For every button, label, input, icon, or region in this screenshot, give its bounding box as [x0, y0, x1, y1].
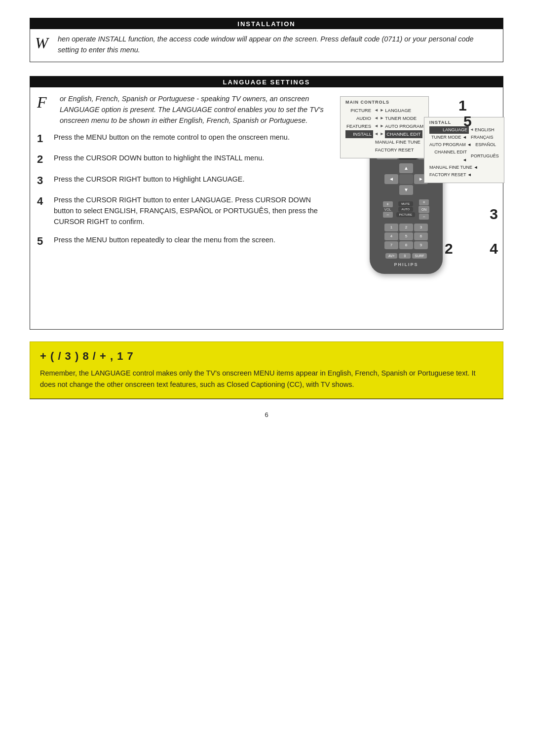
dpad-up[interactable]: ▲: [399, 163, 413, 173]
menu-row-install: INSTALL ◄ ► CHANNEL EDIT: [345, 130, 423, 138]
vol-label: VOL: [384, 208, 391, 211]
dpad-center[interactable]: [399, 174, 413, 184]
vol-control: + VOL −: [383, 201, 393, 218]
mute-button[interactable]: MUTE: [398, 201, 413, 206]
vol-plus[interactable]: +: [383, 201, 393, 207]
ch-minus[interactable]: −: [419, 214, 429, 220]
num-1[interactable]: 1: [384, 224, 398, 231]
surf-button[interactable]: SURF: [412, 253, 426, 259]
num-6[interactable]: 6: [414, 232, 428, 240]
num-9[interactable]: 9: [414, 241, 428, 249]
step-2: 2 Press the CURSOR DOWN button to highli…: [37, 153, 327, 166]
submenu-row-tuner: TUNER MODE ◄ FRANÇAIS: [429, 134, 499, 141]
page: Installation W hen operate INSTALL funct…: [0, 0, 533, 756]
menu-row-picture: PICTURE ◄ ► LANGUAGE: [345, 107, 423, 114]
submenu-row-channel: CHANNEL EDIT ◄ PORTUGUÊS: [429, 149, 499, 164]
on-button[interactable]: ON: [419, 206, 430, 213]
on-control: + ON −: [419, 199, 430, 220]
submenu-row-manual: MANUAL FINE TUNE ◄: [429, 164, 499, 171]
steps-container: 1 Press the MENU button on the remote co…: [37, 132, 327, 248]
num-2[interactable]: 2: [399, 224, 413, 231]
hint-title: + ( / 3 ) 8 / + , 1 7: [40, 350, 493, 363]
menu-overlay: 1 5 3 2 4 Main Controls PICTURE ◄ ► LANG…: [340, 92, 498, 329]
num-4[interactable]: 4: [384, 232, 398, 240]
language-left-panel: F or English, French, Spanish or Portugu…: [30, 87, 335, 329]
language-settings-header: Language Settings: [30, 76, 503, 87]
language-intro-text: or English, French, Spanish or Portugues…: [60, 93, 327, 126]
menu-row-factory: FACTORY RESET: [345, 146, 423, 154]
step-overlay-5: 5: [463, 113, 472, 130]
num-3[interactable]: 3: [414, 224, 428, 231]
num-8[interactable]: 8: [399, 241, 413, 249]
step-4-text: Press the CURSOR RIGHT button to enter L…: [54, 195, 327, 227]
philips-logo: PHILIPS: [394, 262, 418, 267]
dpad-down[interactable]: ▼: [399, 185, 413, 195]
picture-button[interactable]: PICTURE: [396, 212, 415, 217]
submenu-row-auto: AUTO PROGRAM ◄ ESPAÑOL: [429, 141, 499, 149]
menu-row-features: FEATURES ◄ ► AUTO PROGRAM: [345, 122, 423, 130]
step-2-number: 2: [37, 153, 48, 166]
step-overlay-3: 3: [490, 206, 498, 223]
step-1-text: Press the MENU button on the remote cont…: [54, 132, 290, 143]
installation-header: Installation: [30, 18, 503, 29]
dpad-left[interactable]: ◄: [384, 174, 398, 184]
step-overlay-2: 2: [445, 240, 453, 257]
installation-section: Installation W hen operate INSTALL funct…: [30, 18, 503, 62]
language-script-icon: F: [37, 94, 55, 110]
submenu-row-factory: FACTORY RESET ◄: [429, 171, 499, 179]
remote-vol-row: + VOL − MUTE AUTO PICTURE: [383, 199, 430, 220]
install-script-icon: W: [35, 35, 53, 51]
step-overlay-1: 1: [458, 97, 467, 114]
step-5: 5 Press the MENU button repeatedly to cl…: [37, 235, 327, 248]
step-4: 4 Press the CURSOR RIGHT button to enter…: [37, 195, 327, 227]
step-5-text: Press the MENU button repeatedly to clea…: [54, 235, 275, 246]
main-controls-menu: Main Controls PICTURE ◄ ► LANGUAGE AUDIO…: [340, 96, 429, 159]
av-button[interactable]: AV+: [385, 253, 397, 259]
language-right-panel: 1 5 3 2 4 Main Controls PICTURE ◄ ► LANG…: [335, 87, 503, 329]
language-section: Language Settings F or English, French, …: [30, 76, 503, 330]
num-7[interactable]: 7: [384, 241, 398, 249]
remote-bottom-row: AV+ 0 SURF: [385, 253, 426, 259]
hint-box: + ( / 3 ) 8 / + , 1 7 Remember, the LANG…: [30, 341, 503, 399]
zero-button[interactable]: 0: [399, 253, 411, 259]
step-1-number: 1: [37, 132, 48, 145]
step-2-text: Press the CURSOR DOWN button to highligh…: [54, 153, 264, 164]
step-1: 1 Press the MENU button on the remote co…: [37, 132, 327, 145]
hint-text: Remember, the LANGUAGE control makes onl…: [40, 368, 493, 390]
sound-control: MUTE AUTO PICTURE: [396, 201, 415, 217]
language-intro: F or English, French, Spanish or Portugu…: [37, 93, 327, 126]
remote-numpad: 1 2 3 4 5 6 7 8 9: [384, 224, 428, 249]
page-number: 6: [30, 411, 503, 418]
step-5-number: 5: [37, 235, 48, 248]
menu-row-fine-tune: MANUAL FINE TUNE: [345, 138, 423, 146]
num-5[interactable]: 5: [399, 232, 413, 240]
step-3-text: Press the CURSOR RIGHT button to Highlig…: [54, 174, 245, 185]
step-3: 3 Press the CURSOR RIGHT button to Highl…: [37, 174, 327, 187]
vol-minus[interactable]: −: [383, 212, 393, 218]
menu-row-audio: AUDIO ◄ ► TUNER MODE: [345, 114, 423, 122]
installation-text: hen operate INSTALL function, the access…: [58, 34, 496, 56]
sound-auto-button[interactable]: AUTO: [398, 207, 413, 212]
main-controls-title: Main Controls: [345, 100, 423, 105]
step-4-number: 4: [37, 195, 48, 208]
remote-dpad: ▲ ◄ ► ▼: [384, 163, 428, 195]
step-3-number: 3: [37, 174, 48, 187]
ch-plus[interactable]: +: [419, 199, 429, 205]
install-body-text: hen operate INSTALL function, the access…: [58, 35, 474, 54]
step-overlay-4: 4: [490, 240, 498, 257]
